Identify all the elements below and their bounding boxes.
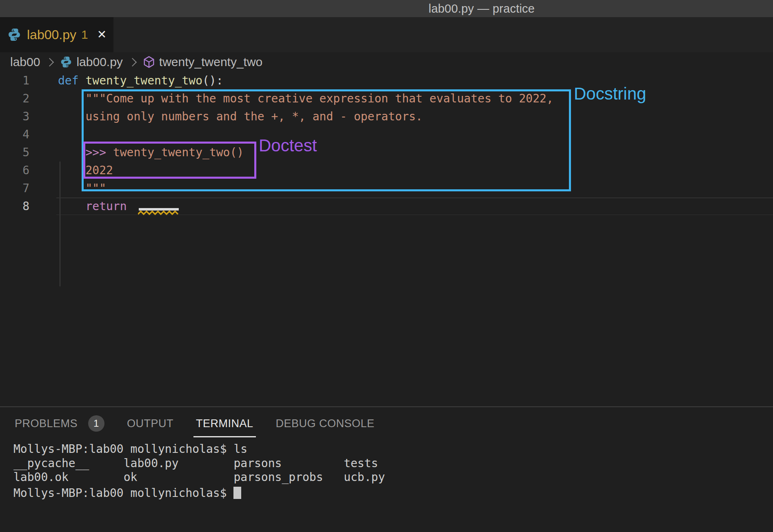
line-number: 8 xyxy=(0,197,29,215)
line-number: 7 xyxy=(0,180,29,197)
terminal-line: __pycache__ lab00.py parsons tests xyxy=(13,457,385,471)
doctest-label: Doctest xyxy=(259,136,317,155)
vscode-window: lab00.py — practice lab00.py 1 ✕ lab00 l… xyxy=(0,0,773,532)
panel-tab-label: OUTPUT xyxy=(127,417,173,430)
terminal-line: Mollys-MBP:lab00 mollynicholas$ xyxy=(13,485,385,501)
panel-tab-terminal[interactable]: TERMINAL xyxy=(196,416,253,431)
line-number: 6 xyxy=(0,162,29,180)
code-token: (): xyxy=(202,74,223,87)
panel-tab-label: TERMINAL xyxy=(196,417,253,430)
code-line[interactable]: def twenty_twenty_two(): xyxy=(58,72,223,90)
tab-modified-count: 1 xyxy=(81,28,88,42)
panel-tab-label: PROBLEMS xyxy=(15,417,78,430)
warning-squiggle-icon xyxy=(138,210,180,215)
panel-tab-debug-console[interactable]: DEBUG CONSOLE xyxy=(276,416,375,431)
window-title: lab00.py — practice xyxy=(429,0,535,17)
line-number: 1 xyxy=(0,72,29,90)
tab-close-icon[interactable]: ✕ xyxy=(97,29,107,40)
editor-tab-strip: lab00.py 1 ✕ xyxy=(0,17,773,52)
panel-tab-label: DEBUG CONSOLE xyxy=(276,417,375,430)
problems-count-badge: 1 xyxy=(88,415,104,432)
code-token: return xyxy=(85,200,127,213)
terminal-output[interactable]: Mollys-MBP:lab00 mollynicholas$ ls__pyca… xyxy=(13,442,385,500)
docstring-label: Docstring xyxy=(574,84,646,104)
bottom-panel: PROBLEMS1OUTPUTTERMINALDEBUG CONSOLE Mol… xyxy=(0,407,773,532)
title-bar: lab00.py — practice xyxy=(0,0,773,17)
terminal-line: Mollys-MBP:lab00 mollynicholas$ ls xyxy=(13,442,385,457)
code-row: 8 return xyxy=(0,197,773,215)
line-number: 2 xyxy=(0,90,29,108)
code-token xyxy=(127,200,134,213)
tab-filename: lab00.py xyxy=(27,27,76,42)
breadcrumb-symbol[interactable]: twenty_twenty_two xyxy=(159,55,262,69)
chevron-right-icon xyxy=(45,58,54,66)
breadcrumb-folder[interactable]: lab00 xyxy=(10,55,40,69)
code-token: twenty_twenty_two xyxy=(85,74,202,87)
panel-tab-output[interactable]: OUTPUT xyxy=(127,416,173,431)
line-number: 4 xyxy=(0,126,29,144)
code-row: 1def twenty_twenty_two(): xyxy=(0,72,773,90)
panel-tab-bar: PROBLEMS1OUTPUTTERMINALDEBUG CONSOLE xyxy=(0,407,773,440)
terminal-line: lab00.ok ok parsons_probs ucb.py xyxy=(13,470,385,485)
code-line[interactable]: return xyxy=(58,197,133,215)
breadcrumb-file[interactable]: lab00.py xyxy=(76,55,122,69)
terminal-cursor xyxy=(233,487,241,499)
doctest-highlight-box xyxy=(83,142,256,179)
code-token xyxy=(79,74,86,87)
line-number: 5 xyxy=(0,144,29,162)
breadcrumb: lab00 lab00.py twenty_twenty_two xyxy=(0,52,773,72)
python-icon xyxy=(60,56,72,68)
line-number: 3 xyxy=(0,108,29,126)
tab-lab00py[interactable]: lab00.py 1 ✕ xyxy=(0,17,113,52)
panel-tab-problems[interactable]: PROBLEMS1 xyxy=(15,416,104,431)
chevron-right-icon xyxy=(128,58,137,66)
code-token xyxy=(58,200,85,213)
code-token: def xyxy=(58,74,79,87)
python-icon xyxy=(7,28,21,42)
symbol-module-cube-icon xyxy=(143,56,155,68)
